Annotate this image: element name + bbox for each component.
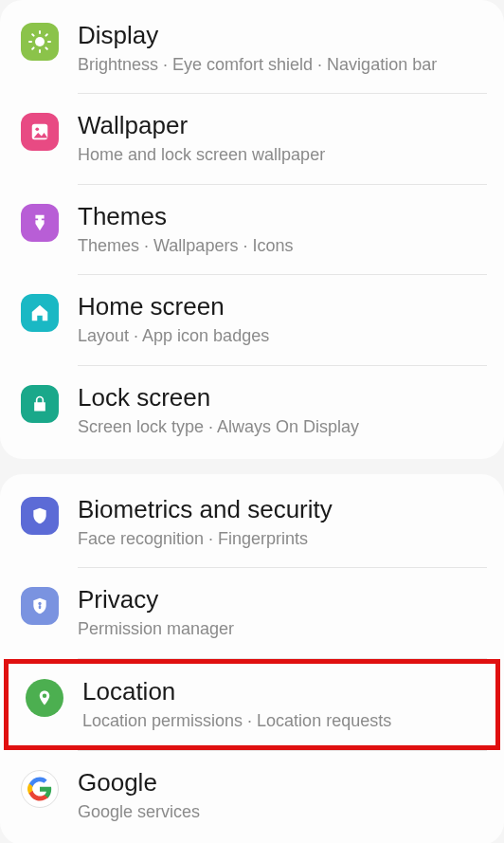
settings-item-text: Google Google services (78, 768, 483, 823)
settings-item-text: Display Brightness · Eye comfort shield … (78, 21, 483, 76)
settings-item-text: Wallpaper Home and lock screen wallpaper (78, 111, 483, 166)
settings-item-lock-screen[interactable]: Lock screen Screen lock type · Always On… (0, 366, 504, 455)
settings-item-subtitle: Google services (78, 801, 483, 823)
location-pin-icon (26, 679, 63, 717)
settings-group-security: Biometrics and security Face recognition… (0, 474, 504, 843)
svg-point-0 (35, 37, 45, 46)
settings-item-text: Home screen Layout · App icon badges (78, 292, 483, 347)
settings-item-text: Lock screen Screen lock type · Always On… (78, 383, 483, 438)
svg-rect-12 (39, 606, 42, 610)
settings-group-display: Display Brightness · Eye comfort shield … (0, 0, 504, 459)
google-icon (21, 770, 59, 808)
settings-item-biometrics[interactable]: Biometrics and security Face recognition… (0, 478, 504, 567)
settings-item-subtitle: Location permissions · Location requests (82, 710, 478, 732)
svg-point-10 (35, 128, 39, 132)
display-icon (21, 23, 59, 61)
svg-point-11 (38, 602, 41, 605)
home-icon (21, 294, 59, 332)
settings-item-location[interactable]: Location Location permissions · Location… (4, 659, 500, 750)
settings-item-subtitle: Permission manager (78, 618, 483, 640)
settings-item-title: Location (82, 677, 478, 706)
settings-item-text: Biometrics and security Face recognition… (78, 495, 483, 550)
settings-item-title: Privacy (78, 585, 483, 614)
svg-line-3 (32, 34, 33, 35)
settings-item-title: Lock screen (78, 383, 483, 412)
settings-item-home-screen[interactable]: Home screen Layout · App icon badges (0, 275, 504, 364)
settings-item-text: Privacy Permission manager (78, 585, 483, 640)
settings-item-title: Home screen (78, 292, 483, 321)
settings-item-title: Display (78, 21, 483, 50)
settings-item-subtitle: Brightness · Eye comfort shield · Naviga… (78, 54, 483, 76)
settings-item-wallpaper[interactable]: Wallpaper Home and lock screen wallpaper (0, 94, 504, 183)
settings-item-privacy[interactable]: Privacy Permission manager (0, 568, 504, 657)
settings-item-themes[interactable]: Themes Themes · Wallpapers · Icons (0, 185, 504, 274)
svg-line-8 (45, 34, 46, 35)
settings-item-subtitle: Layout · App icon badges (78, 325, 483, 347)
settings-item-text: Themes Themes · Wallpapers · Icons (78, 202, 483, 257)
svg-line-7 (32, 47, 33, 48)
settings-item-title: Wallpaper (78, 111, 483, 140)
settings-item-display[interactable]: Display Brightness · Eye comfort shield … (0, 4, 504, 93)
settings-item-title: Google (78, 768, 483, 797)
settings-item-subtitle: Face recognition · Fingerprints (78, 528, 483, 550)
settings-item-google[interactable]: Google Google services (0, 751, 504, 840)
shield-icon (21, 497, 59, 535)
settings-item-title: Biometrics and security (78, 495, 483, 524)
svg-line-4 (45, 47, 46, 48)
themes-icon (21, 204, 59, 242)
wallpaper-icon (21, 113, 59, 151)
settings-item-subtitle: Home and lock screen wallpaper (78, 144, 483, 166)
privacy-shield-icon (21, 587, 59, 625)
settings-item-title: Themes (78, 202, 483, 231)
lock-icon (21, 385, 59, 423)
settings-item-subtitle: Themes · Wallpapers · Icons (78, 235, 483, 257)
settings-item-text: Location Location permissions · Location… (82, 677, 478, 732)
settings-item-subtitle: Screen lock type · Always On Display (78, 416, 483, 438)
